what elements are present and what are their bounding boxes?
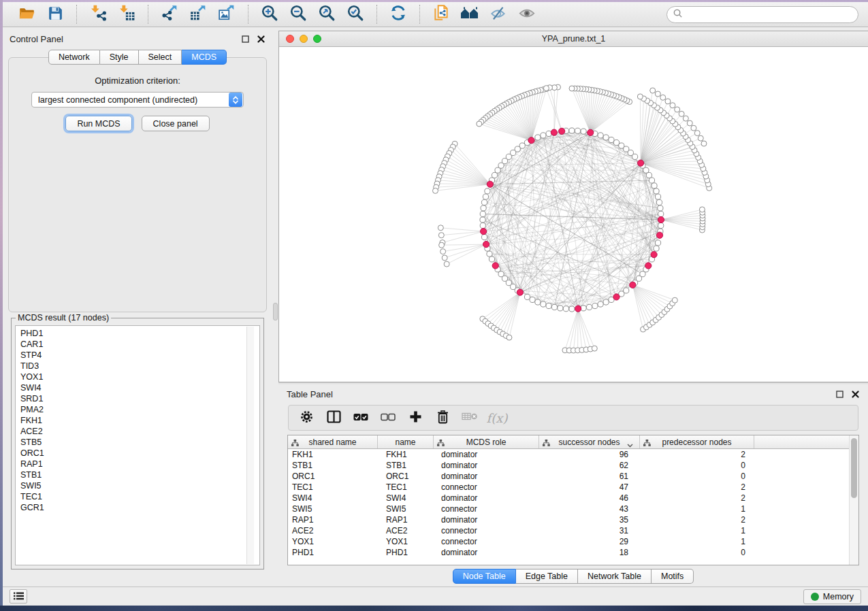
- tab-node-table[interactable]: Node Table: [453, 569, 516, 584]
- network-node[interactable]: [656, 199, 662, 205]
- mcds-hub-node[interactable]: [517, 289, 523, 295]
- network-node[interactable]: [546, 303, 551, 308]
- list-item[interactable]: SWI5: [20, 480, 259, 491]
- network-node[interactable]: [655, 240, 660, 246]
- table-row[interactable]: STB1STB1dominator620: [288, 460, 849, 471]
- network-node[interactable]: [603, 299, 609, 305]
- network-node[interactable]: [670, 103, 675, 108]
- network-node[interactable]: [687, 120, 692, 126]
- network-node[interactable]: [440, 249, 446, 254]
- list-item[interactable]: TEC1: [20, 491, 259, 502]
- network-node[interactable]: [485, 188, 490, 194]
- network-node[interactable]: [624, 146, 629, 152]
- table-row[interactable]: TEC1TEC1connector472: [288, 482, 849, 493]
- mcds-hub-node[interactable]: [551, 129, 557, 135]
- zoom-in-button[interactable]: [255, 3, 284, 25]
- split-panel-button[interactable]: [321, 408, 346, 428]
- list-item[interactable]: ACE2: [20, 426, 259, 437]
- export-network-button[interactable]: [155, 3, 184, 25]
- network-node[interactable]: [481, 199, 487, 205]
- table-row[interactable]: ORC1ORC1dominator610: [288, 471, 849, 482]
- mcds-list-scrollbar[interactable]: [246, 327, 254, 564]
- network-node[interactable]: [598, 133, 603, 138]
- criterion-dropdown[interactable]: largest connected component (undirected): [31, 92, 244, 108]
- network-node[interactable]: [481, 234, 487, 240]
- table-row[interactable]: SWI5SWI5connector431: [288, 503, 849, 514]
- close-mcds-panel-button[interactable]: Close panel: [142, 116, 210, 131]
- network-node[interactable]: [672, 297, 677, 303]
- delete-column-button[interactable]: [430, 408, 455, 428]
- memory-button[interactable]: Memory: [803, 589, 861, 604]
- float-table-panel-button[interactable]: [835, 389, 844, 399]
- mcds-hub-node[interactable]: [483, 242, 489, 248]
- network-node[interactable]: [444, 261, 449, 267]
- network-node[interactable]: [439, 242, 445, 248]
- network-node[interactable]: [498, 163, 504, 168]
- zoom-selected-button[interactable]: [341, 3, 370, 25]
- mcds-hub-node[interactable]: [630, 282, 636, 288]
- network-node[interactable]: [658, 205, 663, 211]
- network-node[interactable]: [654, 188, 659, 194]
- add-column-button[interactable]: [403, 408, 428, 428]
- network-node[interactable]: [432, 188, 438, 193]
- tab-network[interactable]: Network: [48, 50, 100, 65]
- network-node[interactable]: [558, 306, 563, 311]
- network-node[interactable]: [603, 135, 609, 140]
- network-node[interactable]: [481, 205, 486, 211]
- mcds-hub-node[interactable]: [588, 129, 594, 135]
- mcds-hub-node[interactable]: [637, 160, 643, 166]
- network-node[interactable]: [519, 143, 525, 148]
- network-node[interactable]: [650, 88, 656, 93]
- network-canvas[interactable]: [279, 47, 868, 382]
- mcds-hub-node[interactable]: [651, 252, 657, 258]
- mcds-hub-node[interactable]: [656, 232, 662, 238]
- network-node[interactable]: [613, 139, 619, 145]
- network-node[interactable]: [487, 251, 492, 257]
- network-node[interactable]: [581, 129, 586, 134]
- clear-selection-button[interactable]: [376, 408, 400, 428]
- network-node[interactable]: [442, 255, 447, 261]
- network-node[interactable]: [543, 86, 549, 91]
- mcds-hub-node[interactable]: [559, 128, 565, 134]
- network-node[interactable]: [701, 141, 707, 146]
- column-settings-button[interactable]: [294, 408, 319, 428]
- network-node[interactable]: [640, 271, 645, 277]
- mcds-hub-node[interactable]: [658, 216, 664, 222]
- vertical-splitter[interactable]: [272, 27, 278, 587]
- network-node[interactable]: [541, 301, 546, 307]
- table-row[interactable]: YOX1YOX1connector291: [288, 536, 849, 547]
- close-panel-button[interactable]: [256, 34, 266, 44]
- task-history-button[interactable]: [10, 589, 27, 604]
- refresh-button[interactable]: [384, 3, 413, 25]
- table-row[interactable]: FKH1FKH1dominator962: [288, 449, 849, 460]
- import-table-button[interactable]: [112, 3, 141, 25]
- mcds-hub-node[interactable]: [487, 181, 493, 187]
- network-node[interactable]: [581, 306, 586, 311]
- table-row[interactable]: ACE2ACE2connector311: [288, 525, 849, 536]
- column-header-mcds-role[interactable]: MCDS role: [434, 435, 539, 448]
- network-node[interactable]: [535, 135, 541, 140]
- network-node[interactable]: [652, 183, 657, 188]
- network-node[interactable]: [683, 116, 688, 121]
- table-scrollbar[interactable]: [849, 435, 858, 565]
- network-node[interactable]: [507, 335, 512, 340]
- delete-table-button[interactable]: [457, 408, 482, 428]
- network-node[interactable]: [665, 99, 671, 104]
- network-node[interactable]: [699, 207, 705, 212]
- column-header-shared-name[interactable]: shared name: [288, 435, 378, 448]
- mcds-hub-node[interactable]: [528, 137, 534, 144]
- save-session-button[interactable]: [41, 3, 69, 25]
- network-node[interactable]: [530, 297, 535, 302]
- search-box[interactable]: [666, 6, 858, 23]
- zoom-fit-button[interactable]: [312, 3, 341, 25]
- network-node[interactable]: [675, 107, 680, 112]
- tab-select[interactable]: Select: [139, 50, 182, 65]
- tab-edge-table[interactable]: Edge Table: [516, 569, 578, 584]
- run-mcds-button[interactable]: Run MCDS: [65, 116, 131, 131]
- table-row[interactable]: PHD1PHD1dominator180: [288, 547, 849, 558]
- tab-style[interactable]: Style: [100, 50, 139, 65]
- network-node[interactable]: [698, 135, 703, 141]
- network-overview-button[interactable]: [455, 3, 484, 25]
- network-node[interactable]: [655, 194, 660, 199]
- network-node[interactable]: [592, 346, 597, 351]
